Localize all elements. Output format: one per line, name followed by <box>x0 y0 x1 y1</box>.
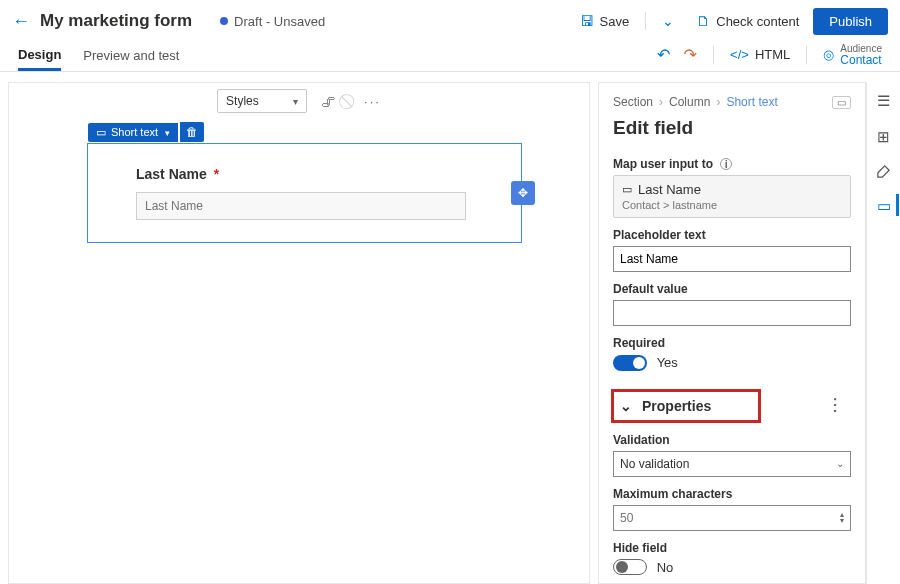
check-label: Check content <box>716 14 799 29</box>
map-field-name: Last Name <box>638 182 701 197</box>
canvas-more-icon[interactable]: ··· <box>364 94 381 109</box>
map-input-box[interactable]: ▭ Last Name Contact > lastname <box>613 175 851 218</box>
required-toggle[interactable] <box>613 355 647 371</box>
required-label: Required <box>613 336 851 350</box>
number-spinner[interactable]: ▴ ▾ <box>840 512 844 524</box>
field-preview-input[interactable] <box>136 192 466 220</box>
bc-column[interactable]: Column <box>669 95 710 109</box>
default-value-input[interactable] <box>613 300 851 326</box>
save-label: Save <box>600 14 630 29</box>
spinner-down-icon[interactable]: ▾ <box>840 518 844 524</box>
breadcrumb: Section › Column › Short text ▭ <box>613 95 851 109</box>
chevron-down-icon: ▾ <box>293 96 298 107</box>
code-icon: </> <box>730 47 749 62</box>
info-icon[interactable]: i <box>720 158 732 170</box>
panel-title: Edit field <box>613 117 851 139</box>
maxchars-value: 50 <box>620 511 633 525</box>
trash-icon: 🗑 <box>186 125 198 139</box>
move-icon: ✥ <box>518 186 528 200</box>
side-rail: ☰ ⊞ ▭ <box>866 82 900 584</box>
chevron-down-icon: ⌄ <box>620 398 632 414</box>
undo-icon[interactable]: ↶ <box>657 45 670 64</box>
html-label: HTML <box>755 47 790 62</box>
delete-field-button[interactable]: 🗑 <box>180 122 204 142</box>
save-dropdown[interactable]: ⌄ <box>654 9 682 33</box>
separator <box>645 12 646 30</box>
field-label-text: Last Name <box>136 166 207 182</box>
default-value-label: Default value <box>613 282 851 296</box>
move-handle[interactable]: ✥ <box>511 181 535 205</box>
audience-bottom: Contact <box>840 54 882 66</box>
status-text: Draft - Unsaved <box>234 14 325 29</box>
properties-title: Properties <box>642 398 711 414</box>
chevron-right-icon: › <box>716 95 720 109</box>
rail-add-icon[interactable]: ⊞ <box>877 128 890 146</box>
chevron-right-icon: › <box>659 95 663 109</box>
section-more-icon[interactable]: ··· <box>827 397 843 415</box>
field-type-pill: ▭ <box>832 96 851 109</box>
tab-preview[interactable]: Preview and test <box>83 40 179 69</box>
redo-icon[interactable]: ↶ <box>684 45 697 64</box>
status-dot <box>220 17 228 25</box>
maxchars-label: Maximum characters <box>613 487 851 501</box>
separator <box>806 46 807 64</box>
map-label: Map user input to i <box>613 157 851 171</box>
check-content-button[interactable]: 🗋 Check content <box>688 9 807 33</box>
field-type-chip[interactable]: ▭ Short text <box>88 123 178 142</box>
text-field-icon: ▭ <box>96 126 106 139</box>
placeholder-input[interactable] <box>613 246 851 272</box>
bc-section[interactable]: Section <box>613 95 653 109</box>
design-canvas[interactable]: Styles ▾ 🖇 ⃠ ··· ▭ Short text 🗑 <box>8 82 590 584</box>
save-icon: 🖫 <box>580 13 594 29</box>
validation-value: No validation <box>620 457 689 471</box>
rail-settings-icon[interactable] <box>876 164 891 179</box>
page-title: My marketing form <box>40 11 192 31</box>
chevron-down-icon: ⌄ <box>662 13 674 29</box>
publish-button[interactable]: Publish <box>813 8 888 35</box>
rail-elements-icon[interactable]: ☰ <box>877 92 890 110</box>
hide-field-label: Hide field <box>613 541 851 555</box>
validation-label: Validation <box>613 433 851 447</box>
properties-section-header[interactable]: ⌄ Properties ··· <box>611 389 761 423</box>
audience-button[interactable]: ◎ Audience Contact <box>823 44 882 66</box>
document-icon: 🗋 <box>696 13 710 29</box>
chevron-down-icon <box>163 126 170 138</box>
properties-panel: Section › Column › Short text ▭ Edit fie… <box>598 82 866 584</box>
save-button[interactable]: 🖫 Save <box>572 9 638 33</box>
maxchars-input[interactable]: 50 ▴ ▾ <box>613 505 851 531</box>
styles-label: Styles <box>226 94 259 108</box>
tab-design[interactable]: Design <box>18 39 61 71</box>
back-icon[interactable]: ← <box>12 11 30 32</box>
required-value: Yes <box>657 355 678 370</box>
hide-field-value: No <box>657 560 674 575</box>
chevron-down-icon: ⌄ <box>836 458 844 469</box>
rail-field-icon[interactable]: ▭ <box>877 197 891 215</box>
hide-field-toggle[interactable] <box>613 559 647 575</box>
required-star: * <box>214 166 219 182</box>
map-label-text: Map user input to <box>613 157 713 171</box>
field-icon: ▭ <box>622 183 632 196</box>
publish-label: Publish <box>829 14 872 29</box>
audience-top: Audience <box>840 44 882 54</box>
styles-dropdown[interactable]: Styles ▾ <box>217 89 307 113</box>
separator <box>713 46 714 64</box>
placeholder-label: Placeholder text <box>613 228 851 242</box>
map-field-path: Contact > lastname <box>622 199 842 211</box>
bc-current: Short text <box>726 95 777 109</box>
target-icon: ◎ <box>823 47 834 62</box>
selected-field[interactable]: ▭ Short text 🗑 ✥ Last Name * <box>87 143 522 243</box>
html-button[interactable]: </> HTML <box>730 47 790 62</box>
validation-select[interactable]: No validation ⌄ <box>613 451 851 477</box>
chip-label: Short text <box>111 126 158 138</box>
link-icon[interactable]: 🖇 <box>321 93 336 110</box>
field-label: Last Name * <box>136 166 473 182</box>
